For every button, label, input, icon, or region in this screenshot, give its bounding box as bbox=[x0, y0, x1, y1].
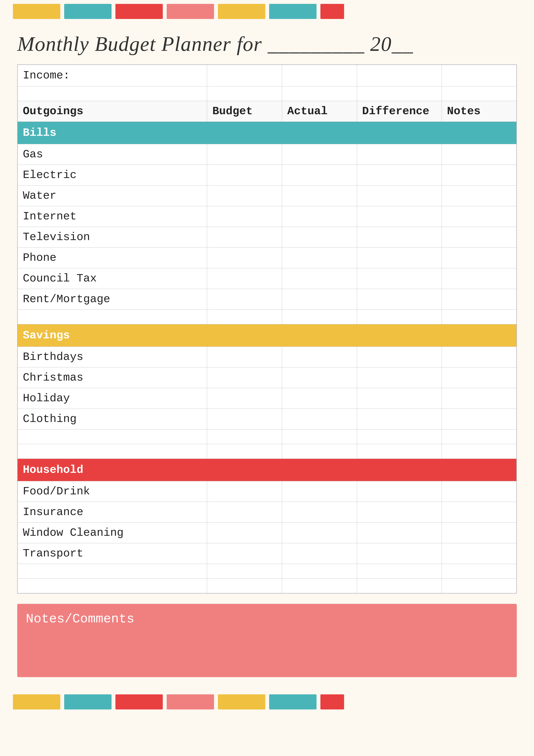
spacer-row bbox=[17, 86, 517, 101]
title-area: Monthly Budget Planner for _________ 20_… bbox=[0, 19, 534, 65]
item-electric: Electric bbox=[17, 165, 207, 186]
table-row: Clothing bbox=[17, 409, 517, 429]
bottom-bar-1 bbox=[13, 694, 60, 710]
item-council-tax: Council Tax bbox=[17, 268, 207, 289]
table-row: Rent/Mortgage bbox=[17, 289, 517, 310]
bottom-bar-4 bbox=[167, 694, 214, 710]
bottom-bar-3 bbox=[115, 694, 163, 710]
bottom-bar-7 bbox=[320, 694, 344, 710]
spacer-row bbox=[17, 444, 517, 459]
table-row: Food/Drink bbox=[17, 481, 517, 502]
spacer-row bbox=[17, 310, 517, 324]
header-diff: Difference bbox=[357, 101, 442, 122]
budget-table: Income: Outgoings Budget Actual Differen… bbox=[17, 65, 517, 594]
income-label: Income: bbox=[17, 65, 207, 86]
category-household-label: Household bbox=[17, 459, 517, 481]
item-birthdays: Birthdays bbox=[17, 347, 207, 367]
bar-7 bbox=[320, 4, 344, 19]
top-decoration bbox=[0, 0, 534, 19]
notes-section: Notes/Comments bbox=[17, 604, 517, 677]
category-bills-label: Bills bbox=[17, 122, 517, 144]
bar-1 bbox=[13, 4, 60, 19]
header-actual: Actual bbox=[282, 101, 357, 122]
item-window-cleaning: Window Cleaning bbox=[17, 523, 207, 543]
income-budget bbox=[207, 65, 282, 86]
table-row: Birthdays bbox=[17, 347, 517, 367]
category-bills-row: Bills bbox=[17, 122, 517, 144]
income-notes bbox=[442, 65, 517, 86]
header-outgoings: Outgoings bbox=[17, 101, 207, 122]
bar-4 bbox=[167, 4, 214, 19]
bar-5 bbox=[218, 4, 265, 19]
item-mortgage: Rent/Mortgage bbox=[17, 289, 207, 310]
page-title: Monthly Budget Planner for _________ 20_… bbox=[17, 32, 517, 56]
income-row: Income: bbox=[17, 65, 517, 86]
item-clothing: Clothing bbox=[17, 409, 207, 429]
category-savings-label: Savings bbox=[17, 324, 517, 347]
bottom-bar-5 bbox=[218, 694, 265, 710]
item-phone: Phone bbox=[17, 248, 207, 268]
bar-2 bbox=[64, 4, 112, 19]
item-transport: Transport bbox=[17, 543, 207, 564]
table-header-row: Outgoings Budget Actual Difference Notes bbox=[17, 101, 517, 122]
item-water: Water bbox=[17, 186, 207, 206]
table-row: Holiday bbox=[17, 388, 517, 409]
table-row: Insurance bbox=[17, 502, 517, 523]
item-food-drink: Food/Drink bbox=[17, 481, 207, 502]
table-row: Transport bbox=[17, 543, 517, 564]
spacer-row bbox=[17, 579, 517, 593]
header-budget: Budget bbox=[207, 101, 282, 122]
table-row: Water bbox=[17, 186, 517, 206]
table-row: Window Cleaning bbox=[17, 523, 517, 543]
item-gas: Gas bbox=[17, 144, 207, 165]
item-insurance: Insurance bbox=[17, 502, 207, 523]
bottom-bar-2 bbox=[64, 694, 112, 710]
table-row: Council Tax bbox=[17, 268, 517, 289]
main-content: Income: Outgoings Budget Actual Differen… bbox=[0, 65, 534, 677]
category-household-row: Household bbox=[17, 459, 517, 481]
spacer-row bbox=[17, 564, 517, 579]
bar-6 bbox=[269, 4, 317, 19]
category-savings-row: Savings bbox=[17, 324, 517, 347]
table-row: Electric bbox=[17, 165, 517, 186]
table-row: Television bbox=[17, 227, 517, 248]
header-notes: Notes bbox=[442, 101, 517, 122]
item-television: Television bbox=[17, 227, 207, 248]
bottom-bar-6 bbox=[269, 694, 317, 710]
income-actual bbox=[282, 65, 357, 86]
item-internet: Internet bbox=[17, 206, 207, 227]
item-christmas: Christmas bbox=[17, 367, 207, 388]
notes-title: Notes/Comments bbox=[26, 611, 508, 626]
table-row: Christmas bbox=[17, 367, 517, 388]
bottom-decoration bbox=[0, 677, 534, 710]
spacer-row bbox=[17, 429, 517, 444]
table-row: Phone bbox=[17, 248, 517, 268]
bar-3 bbox=[115, 4, 163, 19]
table-row: Internet bbox=[17, 206, 517, 227]
table-row: Gas bbox=[17, 144, 517, 165]
income-diff bbox=[357, 65, 442, 86]
item-holiday: Holiday bbox=[17, 388, 207, 409]
